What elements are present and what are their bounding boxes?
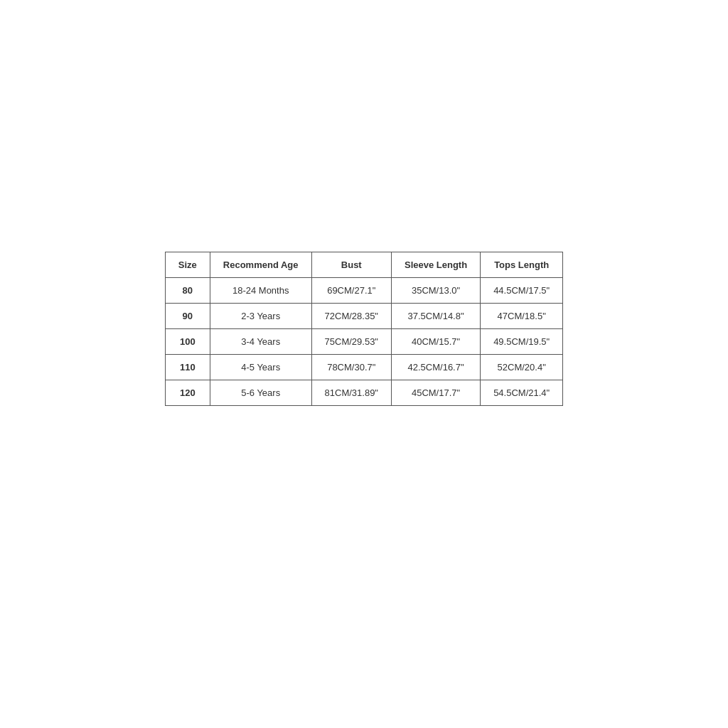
cell-3-2: 78CM/30.7" <box>311 354 391 380</box>
cell-2-1: 3-4 Years <box>210 328 311 354</box>
size-chart-table: Size Recommend Age Bust Sleeve Length To… <box>165 252 563 406</box>
header-bust: Bust <box>311 252 391 277</box>
cell-2-4: 49.5CM/19.5" <box>481 328 563 354</box>
cell-1-1: 2-3 Years <box>210 303 311 328</box>
cell-4-0: 120 <box>165 380 210 405</box>
size-chart-container: Size Recommend Age Bust Sleeve Length To… <box>165 252 563 406</box>
table-row: 8018-24 Months69CM/27.1"35CM/13.0"44.5CM… <box>165 277 562 303</box>
cell-0-4: 44.5CM/17.5" <box>481 277 563 303</box>
cell-3-1: 4-5 Years <box>210 354 311 380</box>
table-row: 902-3 Years72CM/28.35"37.5CM/14.8"47CM/1… <box>165 303 562 328</box>
table-row: 1003-4 Years75CM/29.53"40CM/15.7"49.5CM/… <box>165 328 562 354</box>
cell-2-0: 100 <box>165 328 210 354</box>
cell-2-2: 75CM/29.53" <box>311 328 391 354</box>
cell-0-0: 80 <box>165 277 210 303</box>
cell-3-3: 42.5CM/16.7" <box>391 354 480 380</box>
cell-1-0: 90 <box>165 303 210 328</box>
header-tops-length: Tops Length <box>481 252 563 277</box>
header-recommend-age: Recommend Age <box>210 252 311 277</box>
table-row: 1104-5 Years78CM/30.7"42.5CM/16.7"52CM/2… <box>165 354 562 380</box>
cell-3-4: 52CM/20.4" <box>481 354 563 380</box>
cell-0-2: 69CM/27.1" <box>311 277 391 303</box>
table-row: 1205-6 Years81CM/31.89"45CM/17.7"54.5CM/… <box>165 380 562 405</box>
header-size: Size <box>165 252 210 277</box>
cell-2-3: 40CM/15.7" <box>391 328 480 354</box>
cell-1-3: 37.5CM/14.8" <box>391 303 480 328</box>
header-sleeve-length: Sleeve Length <box>391 252 480 277</box>
table-header-row: Size Recommend Age Bust Sleeve Length To… <box>165 252 562 277</box>
cell-0-3: 35CM/13.0" <box>391 277 480 303</box>
cell-0-1: 18-24 Months <box>210 277 311 303</box>
cell-4-2: 81CM/31.89" <box>311 380 391 405</box>
cell-4-4: 54.5CM/21.4" <box>481 380 563 405</box>
cell-1-2: 72CM/28.35" <box>311 303 391 328</box>
cell-1-4: 47CM/18.5" <box>481 303 563 328</box>
cell-4-3: 45CM/17.7" <box>391 380 480 405</box>
cell-3-0: 110 <box>165 354 210 380</box>
cell-4-1: 5-6 Years <box>210 380 311 405</box>
